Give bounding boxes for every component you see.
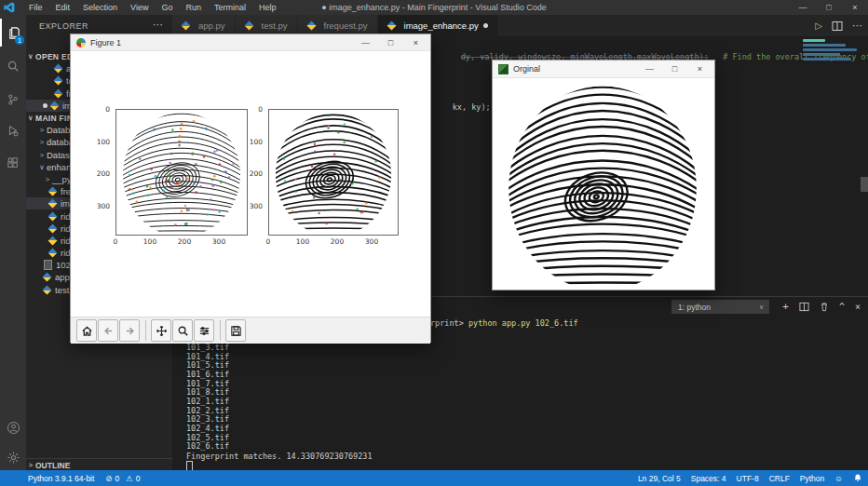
figure-minimize-button[interactable]: — <box>353 34 378 50</box>
save-icon[interactable] <box>225 319 246 342</box>
run-file-icon[interactable]: ▷ <box>815 20 822 31</box>
original-maximize-button[interactable]: □ <box>662 61 687 77</box>
tick-label: 200 <box>178 237 191 246</box>
problems-indicator[interactable]: ⊘0 ⚠0 <box>105 474 140 483</box>
activity-bar: 1 <box>0 15 26 470</box>
tick-label: 300 <box>244 202 263 210</box>
matplotlib-icon <box>76 38 86 47</box>
figure-toolbar <box>71 317 430 344</box>
python-file-icon <box>48 199 58 209</box>
search-icon[interactable] <box>0 52 26 80</box>
original-window: Orginal — □ × <box>492 60 715 290</box>
kill-terminal-icon[interactable] <box>820 302 829 312</box>
maximize-panel-icon[interactable]: ^ <box>839 302 845 312</box>
sidebar-more-actions-icon[interactable]: ⋯ <box>153 19 163 31</box>
source-control-icon[interactable] <box>0 86 26 114</box>
original-close-button[interactable]: × <box>687 61 712 77</box>
editor-scrollbar[interactable] <box>861 177 868 192</box>
chevron-down-icon: ∨ <box>37 163 47 171</box>
vscode-logo-icon <box>4 2 15 13</box>
menu-item[interactable]: Run <box>179 3 208 12</box>
maximize-button[interactable]: □ <box>816 0 842 15</box>
python-file-icon <box>50 101 60 110</box>
original-window-title: Orginal <box>513 64 540 74</box>
menu-item[interactable]: Help <box>252 3 283 12</box>
fingerprint-skeleton-image <box>269 110 398 235</box>
figure-maximize-button[interactable]: □ <box>378 34 403 50</box>
tick-label: 200 <box>331 237 344 246</box>
tick-label: 100 <box>244 138 263 146</box>
extensions-icon[interactable] <box>0 149 26 177</box>
split-terminal-icon[interactable] <box>799 302 809 312</box>
cursor-position[interactable]: Ln 29, Col 5 <box>638 474 681 483</box>
menu-item[interactable]: Terminal <box>208 3 252 12</box>
chevron-down-icon: ∨ <box>26 114 35 122</box>
chevron-right-icon: > <box>37 151 47 159</box>
menu-item[interactable]: View <box>124 3 155 12</box>
python-file-icon <box>387 21 396 31</box>
python-file-icon <box>54 76 63 86</box>
figure-window-titlebar[interactable]: Figure 1 — □ × <box>71 34 430 51</box>
subplots-config-icon[interactable] <box>194 319 214 342</box>
split-editor-icon[interactable] <box>832 20 843 32</box>
python-file-icon <box>48 223 58 233</box>
notifications-bell-icon[interactable] <box>853 473 862 483</box>
terminal-result-line: Fingerprint matches. 14.330769230769231 <box>186 452 373 461</box>
new-terminal-icon[interactable]: + <box>782 301 789 313</box>
close-panel-icon[interactable]: × <box>855 302 861 312</box>
account-icon[interactable] <box>0 413 26 441</box>
python-file-icon <box>54 64 63 74</box>
subplot-right <box>268 109 399 236</box>
settings-gear-icon[interactable] <box>0 443 26 471</box>
tick-label: 100 <box>91 138 110 146</box>
python-interpreter[interactable]: Python 3.9.1 64-bit <box>28 474 94 483</box>
tick-label: 0 <box>266 237 271 246</box>
terminal-output-line: 102_6.tif <box>186 442 229 452</box>
python-file-icon <box>43 285 52 294</box>
terminal-selector[interactable]: 1: python ∨ <box>671 300 769 314</box>
modified-dot-icon <box>43 103 47 108</box>
menu-item[interactable]: File <box>22 3 49 12</box>
original-minimize-button[interactable]: — <box>637 61 662 77</box>
terminal-output: 101_3.tif101_4.tif101_5.tif101_6.tif101_… <box>186 344 229 452</box>
tick-label: 300 <box>365 237 378 246</box>
outline-section[interactable]: > OUTLINE <box>26 458 172 470</box>
minimap[interactable] <box>803 39 866 281</box>
tick-label: 100 <box>143 237 156 246</box>
terminal-actions: + ^ × <box>782 299 861 314</box>
indentation[interactable]: Spaces: 4 <box>691 474 726 483</box>
terminal-prompt: rprint> python app.py 102_6.tif <box>430 318 578 328</box>
pan-icon[interactable] <box>151 319 171 342</box>
encoding[interactable]: UTF-8 <box>737 474 759 483</box>
original-window-titlebar[interactable]: Orginal — □ × <box>493 61 714 78</box>
chevron-right-icon: > <box>37 126 47 134</box>
home-icon[interactable] <box>76 319 97 342</box>
eol-sequence[interactable]: CRLF <box>769 474 790 483</box>
subplot-left <box>115 109 248 236</box>
more-actions-icon[interactable]: ⋯ <box>852 20 862 32</box>
tick-label: 0 <box>114 237 118 246</box>
run-debug-icon[interactable] <box>0 117 26 145</box>
forward-icon[interactable] <box>119 319 140 342</box>
minimize-button[interactable]: — <box>790 0 816 15</box>
menu-item[interactable]: Selection <box>76 3 124 12</box>
chevron-right-icon: > <box>43 175 52 183</box>
modified-dot-icon <box>483 23 488 28</box>
chevron-down-icon: ∨ <box>759 304 764 311</box>
menu-item[interactable]: Edit <box>49 3 77 12</box>
title-bar: FileEditSelectionViewGoRunTerminalHelp ●… <box>0 0 868 15</box>
error-icon: ⊘ <box>105 474 112 483</box>
feedback-smiley-icon[interactable]: ☺ <box>834 474 843 483</box>
close-button[interactable]: × <box>842 0 868 15</box>
zoom-icon[interactable] <box>172 319 193 342</box>
tick-label: 300 <box>91 202 110 210</box>
files-icon[interactable]: 1 <box>0 19 26 47</box>
window-controls: — □ × <box>790 0 868 15</box>
language-mode[interactable]: Python <box>800 474 824 483</box>
vscode-window: FileEditSelectionViewGoRunTerminalHelp ●… <box>0 0 868 486</box>
python-file-icon <box>43 273 52 282</box>
figure-close-button[interactable]: × <box>403 34 428 50</box>
back-icon[interactable] <box>98 319 118 342</box>
explorer-badge: 1 <box>15 35 24 45</box>
menu-item[interactable]: Go <box>155 3 179 12</box>
